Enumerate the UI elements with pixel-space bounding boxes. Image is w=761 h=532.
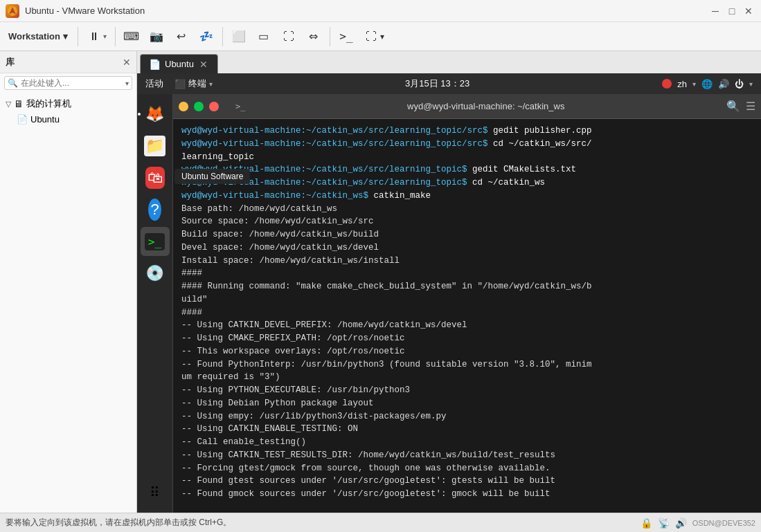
statusbar-brand: OSDN@DEVE352 (692, 519, 755, 527)
pause-icon: ⏸ (87, 29, 102, 44)
toolbar-divider-4 (330, 27, 330, 46)
view-normal-button[interactable]: ⬜ (227, 26, 251, 47)
terminal-menu-arrow: ▾ (209, 80, 213, 88)
term-line-22: -- Call enable_testing() (181, 436, 753, 449)
console-arrow-icon: ▾ (380, 32, 384, 42)
ubuntu-datetime: 3月15日 13：23 (405, 78, 469, 89)
console-expand-icon: ⛶ (364, 29, 379, 44)
toolbar-divider-3 (222, 27, 223, 46)
revert-button[interactable]: ↩ (170, 26, 193, 47)
terminal-close-button[interactable] (209, 102, 219, 111)
toolbar-actions-section: ⌨ 📷 ↩ 💤 (120, 26, 218, 47)
term-line-12: #### Running command: "make cmake_check_… (181, 280, 753, 293)
power-icon[interactable]: ⏻ (735, 79, 744, 89)
view-normal-icon: ⬜ (231, 29, 247, 44)
network-icon[interactable]: 🌐 (701, 79, 713, 89)
dock-terminal[interactable]: >_ (141, 227, 170, 256)
term-line-24: -- Forcing gtest/gmock from source, thou… (181, 462, 753, 475)
system-menu-arrow[interactable]: ▾ (749, 80, 753, 88)
terminal-window[interactable]: >_ wyd@wyd-virtual-machine: ~/catkin_ws … (173, 94, 761, 513)
toolbar-divider-1 (78, 27, 78, 46)
terminal-minimize-button[interactable] (179, 102, 188, 111)
terminal-titlebar: >_ wyd@wyd-virtual-machine: ~/catkin_ws … (173, 94, 761, 119)
desktop[interactable]: 🦊 📁 🛍 ? >_ 💿 (137, 94, 761, 513)
terminal-indicator-icon: ⬛ (174, 79, 186, 89)
sidebar: 库 ✕ 🔍 ▾ ▽ 🖥 我的计算机 📄 Ubuntu (0, 51, 137, 513)
ubuntu-topbar-left: 活动 ⬛ 终端 ▾ (145, 77, 213, 90)
view-fit-button[interactable]: ⇔ (302, 26, 325, 47)
tab-label: Ubuntu (165, 59, 194, 69)
sidebar-search[interactable]: 🔍 ▾ (4, 76, 132, 90)
term-line-19: -- Using Debian Python package layout (181, 397, 753, 410)
dock-files[interactable]: 📁 (141, 131, 170, 160)
dock-software[interactable]: 🛍 (141, 163, 170, 192)
sidebar-close-button[interactable]: ✕ (123, 57, 131, 68)
suspend-button[interactable]: 💤 (195, 26, 218, 47)
term-line-20: -- Using empy: /usr/lib/python3/dist-pac… (181, 410, 753, 423)
view-fullscreen-icon: ⛶ (281, 29, 296, 44)
term-line-11: #### (181, 267, 753, 280)
dock: 🦊 📁 🛍 ? >_ 💿 (137, 94, 173, 513)
ubuntu-topbar-right: zh ▾ 🌐 🔊 ⏻ ▾ (662, 79, 753, 89)
expand-icon: ▽ (6, 100, 11, 109)
statusbar-lock-icon[interactable]: 🔒 (641, 517, 652, 529)
send-input-button[interactable]: ⌨ (120, 26, 143, 47)
tab-close-button[interactable]: ✕ (198, 59, 209, 70)
sidebar-title: 库 (6, 56, 15, 68)
dock-apps[interactable]: ⠿ (141, 478, 170, 507)
activities-button[interactable]: 活动 (145, 77, 163, 90)
terminal-title: wyd@wyd-virtual-machine: ~/catkin_ws (251, 101, 721, 111)
vm-content[interactable]: 活动 ⬛ 终端 ▾ 3月15日 13：23 zh ▾ 🌐 🔊 ⏻ (137, 73, 761, 513)
content-area: 📄 Ubuntu ✕ 活动 ⬛ 终端 ▾ 3月15日 13：23 (137, 51, 761, 513)
toolbar-view-section: ⬜ ▭ ⛶ ⇔ (227, 26, 325, 47)
toolbar-playback-section: ⏸ ▾ (82, 26, 111, 47)
terminal-search-icon[interactable]: 🔍 (726, 100, 740, 113)
console-icon: >_ (339, 29, 354, 44)
search-input[interactable] (21, 78, 123, 88)
close-button[interactable]: ✕ (742, 4, 755, 18)
search-dropdown-icon[interactable]: ▾ (125, 80, 129, 87)
console-button[interactable]: >_ (334, 26, 358, 47)
dock-tooltip: Ubuntu Software (174, 169, 250, 184)
tab-bar: 📄 Ubuntu ✕ (137, 51, 761, 73)
term-line-4: wyd@wyd-virtual-machine:~/catkin_ws/src/… (181, 176, 753, 190)
statusbar-volume-icon[interactable]: 🔊 (675, 517, 687, 529)
apps-grid-icon: ⠿ (150, 484, 160, 501)
zh-input-button[interactable]: zh (677, 79, 687, 89)
dock-firefox[interactable]: 🦊 (141, 100, 170, 129)
term-line-9: Devel space: /home/wyd/catkin_ws/devel (181, 241, 753, 255)
sidebar-header: 库 ✕ (0, 51, 136, 73)
dock-dvd[interactable]: 💿 (141, 259, 170, 288)
workstation-label: Workstation (8, 31, 60, 42)
my-computer-item[interactable]: ▽ 🖥 我的计算机 (0, 95, 136, 112)
computer-icon: 🖥 (14, 98, 24, 109)
terminal-menu-icon[interactable]: ☰ (746, 100, 755, 113)
ubuntu-vm-item[interactable]: 📄 Ubuntu (0, 112, 136, 127)
console-dropdown-button[interactable]: ⛶ ▾ (359, 26, 388, 47)
ubuntu-vm-icon: 📄 (17, 114, 28, 125)
maximize-button[interactable]: □ (725, 4, 739, 18)
snapshot-button[interactable]: 📷 (145, 26, 168, 47)
view-unity-button[interactable]: ▭ (252, 26, 276, 47)
pause-button[interactable]: ⏸ ▾ (82, 26, 111, 47)
term-line-16: -- This workspace overlays: /opt/ros/noe… (181, 345, 753, 358)
term-line-2b: learning_topic (181, 151, 753, 164)
workstation-menu-button[interactable]: Workstation ▾ (3, 28, 73, 44)
terminal-body[interactable]: wyd@wyd-virtual-machine:~/catkin_ws/src/… (173, 119, 761, 513)
statusbar: 要将输入定向到该虚拟机，请在虚拟机内部单击或按 Ctrl+G。 🔒 📡 🔊 OS… (0, 513, 761, 532)
window-title: Ubuntu - VMware Workstation (25, 6, 703, 16)
window-controls: ─ □ ✕ (708, 4, 755, 18)
statusbar-network-icon[interactable]: 📡 (658, 517, 670, 529)
minimize-button[interactable]: ─ (708, 4, 722, 18)
term-line-21: -- Using CATKIN_ENABLE_TESTING: ON (181, 423, 753, 436)
terminal-maximize-button[interactable] (194, 102, 204, 111)
title-bar: Ubuntu - VMware Workstation ─ □ ✕ (0, 0, 761, 22)
terminal-menu-button[interactable]: 终端 (188, 77, 206, 90)
view-fullscreen-button[interactable]: ⛶ (277, 26, 301, 47)
view-fit-icon: ⇔ (306, 29, 321, 44)
main-area: 库 ✕ 🔍 ▾ ▽ 🖥 我的计算机 📄 Ubuntu 📄 Ubuntu (0, 51, 761, 513)
volume-icon[interactable]: 🔊 (718, 79, 729, 89)
dock-help[interactable]: ? (141, 195, 170, 224)
software-icon: 🛍 (145, 167, 165, 189)
ubuntu-tab[interactable]: 📄 Ubuntu ✕ (140, 54, 218, 73)
